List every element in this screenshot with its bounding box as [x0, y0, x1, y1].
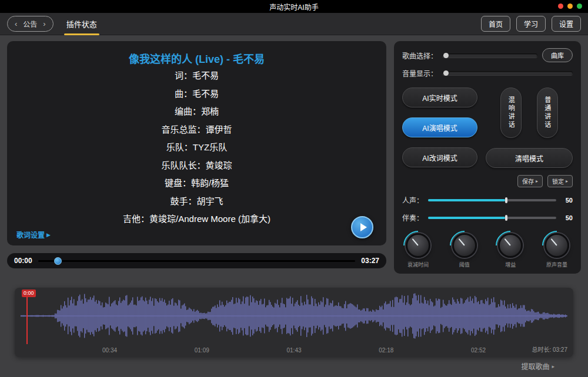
- song-info-line: 词：毛不易: [175, 67, 219, 85]
- waveform-playhead[interactable]: [26, 290, 28, 344]
- maximize-button[interactable]: [577, 4, 582, 9]
- extract-song-label: 提取歌曲: [521, 361, 549, 371]
- time-tick: 02:18: [379, 347, 393, 354]
- close-button[interactable]: [558, 4, 563, 9]
- ai-rewrite-mode-button[interactable]: AI改词模式: [402, 147, 477, 167]
- song-info-line: 音乐总监：谭伊哲: [161, 121, 232, 139]
- song-select-slider[interactable]: [442, 53, 537, 58]
- total-time: 03:27: [361, 257, 379, 265]
- knob-label: 衰减时间: [407, 261, 429, 268]
- lock-button[interactable]: 锁定 ▸: [547, 175, 573, 187]
- volume-display-handle[interactable]: [443, 70, 449, 76]
- accompaniment-slider-handle[interactable]: [505, 215, 507, 221]
- original-volume-knob[interactable]: [544, 233, 569, 258]
- song-info-line: 编曲：郑楠: [175, 103, 219, 121]
- accompaniment-slider-fill: [428, 217, 505, 219]
- volume-display-label: 音量显示：: [402, 68, 437, 78]
- accompaniment-label: 伴奏：: [402, 213, 423, 223]
- knob-arc: [490, 225, 532, 267]
- announcement-control[interactable]: ‹ 公告 ›: [7, 16, 54, 32]
- knob-label: 原声音量: [546, 261, 567, 268]
- settings-button[interactable]: 设置: [552, 16, 581, 32]
- threshold-knob[interactable]: [452, 233, 477, 258]
- window-title: 声动实时AI助手: [269, 2, 318, 12]
- song-info-line: 键盘：韩韵/杨猛: [165, 174, 229, 193]
- song-select-label: 歌曲选择：: [402, 51, 437, 60]
- waveform-panel[interactable]: 0:00 00:34 01:09 01:43 02:18 02:52 总时长: …: [15, 288, 573, 357]
- main-area: 像我这样的人 (Live) - 毛不易 词：毛不易 曲：毛不易 编曲：郑楠 音乐…: [0, 35, 588, 274]
- volume-display-meter[interactable]: [442, 71, 573, 75]
- total-duration-label: 总时长: 03:27: [532, 345, 567, 354]
- chevron-right-icon[interactable]: ›: [43, 20, 45, 28]
- control-panel: 歌曲选择： 曲库 音量显示： AI实时模式 AI演唱模式 AI改词模式 混响讲话…: [394, 41, 581, 274]
- knob-decay-time: 衰减时间: [406, 233, 430, 268]
- tab-plugin-status[interactable]: 插件状态: [65, 16, 98, 32]
- talk-mode-column: 混响讲话 普通讲话 清唱模式: [486, 87, 573, 168]
- home-button[interactable]: 首页: [481, 16, 510, 32]
- extract-song-button[interactable]: 提取歌曲 ▸: [15, 357, 573, 371]
- vocal-slider-fill: [428, 199, 505, 201]
- vocal-slider-handle[interactable]: [505, 197, 507, 203]
- decay-time-knob[interactable]: [406, 233, 430, 258]
- lyrics-settings-link[interactable]: 歌词设置 ▶: [16, 230, 51, 240]
- time-tick: 01:09: [195, 347, 209, 354]
- waveform-canvas[interactable]: [21, 291, 567, 341]
- vocal-label: 人声：: [402, 195, 423, 205]
- knob-original-volume: 原声音量: [544, 233, 569, 268]
- time-tick: 02:52: [471, 347, 486, 354]
- time-tick: 01:43: [286, 347, 301, 354]
- timeline-handle[interactable]: [54, 257, 62, 265]
- announcement-label: 公告: [23, 19, 37, 29]
- waveform-section: 0:00 00:34 01:09 01:43 02:18 02:52 总时长: …: [15, 288, 573, 371]
- tab-active-underline: [64, 33, 99, 35]
- lyrics-settings-label: 歌词设置: [16, 230, 45, 240]
- vertical-mode-buttons: 混响讲话 普通讲话: [486, 87, 573, 138]
- arrow-right-icon: ▶: [46, 232, 51, 238]
- gain-knob[interactable]: [498, 233, 523, 258]
- knobs-row: 衰减时间 阈值 增益 原声音: [402, 233, 573, 268]
- toolbar: ‹ 公告 › 插件状态 首页 学习 设置: [0, 13, 588, 35]
- tab-label: 插件状态: [66, 20, 97, 29]
- play-button[interactable]: [351, 216, 373, 238]
- accompaniment-slider[interactable]: [428, 217, 556, 219]
- play-icon: [360, 223, 367, 231]
- window-controls: [558, 4, 582, 9]
- left-column: 像我这样的人 (Live) - 毛不易 词：毛不易 曲：毛不易 编曲：郑楠 音乐…: [7, 41, 386, 274]
- titlebar: 声动实时AI助手: [0, 0, 588, 13]
- acapella-mode-button[interactable]: 清唱模式: [486, 148, 573, 168]
- library-button[interactable]: 曲库: [542, 48, 573, 62]
- knob-threshold: 阈值: [452, 233, 477, 268]
- song-info-line: 曲：毛不易: [175, 85, 219, 103]
- knob-arc: [397, 225, 439, 267]
- toolbar-right-buttons: 首页 学习 设置: [481, 16, 581, 32]
- vocal-slider[interactable]: [428, 199, 556, 201]
- song-info-line: 乐队：TYZ乐队: [166, 139, 227, 157]
- normal-talk-button[interactable]: 普通讲话: [537, 87, 558, 138]
- preset-buttons-row: 保存 ▸ 锁定 ▸: [402, 175, 573, 187]
- song-info-panel: 像我这样的人 (Live) - 毛不易 词：毛不易 曲：毛不易 编曲：郑楠 音乐…: [7, 41, 386, 245]
- ai-mode-column: AI实时模式 AI演唱模式 AI改词模式: [402, 87, 477, 168]
- chevron-right-icon: ▸: [566, 179, 568, 184]
- chevron-left-icon[interactable]: ‹: [15, 20, 17, 28]
- timeline-track[interactable]: [38, 260, 356, 262]
- minimize-button[interactable]: [567, 4, 573, 9]
- song-info-line: 鼓手：胡宇飞: [170, 193, 223, 211]
- time-tick: 00:34: [102, 347, 117, 354]
- ai-realtime-mode-button[interactable]: AI实时模式: [402, 87, 477, 107]
- knob-label: 阈值: [459, 261, 470, 268]
- knob-label: 增益: [505, 261, 516, 268]
- playback-timeline: 00:00 03:27: [7, 253, 386, 268]
- song-title: 像我这样的人 (Live) - 毛不易: [129, 51, 265, 66]
- mode-buttons: AI实时模式 AI演唱模式 AI改词模式 混响讲话 普通讲话 清唱模式: [402, 87, 573, 168]
- learn-button[interactable]: 学习: [516, 16, 546, 32]
- chevron-right-icon: ▸: [536, 179, 538, 184]
- song-select-row: 歌曲选择： 曲库: [402, 48, 573, 62]
- volume-display-row: 音量显示：: [402, 68, 573, 78]
- reverb-talk-button[interactable]: 混响讲话: [500, 87, 522, 138]
- vocal-value: 50: [561, 197, 573, 204]
- save-button[interactable]: 保存 ▸: [517, 175, 543, 187]
- ai-sing-mode-button[interactable]: AI演唱模式: [402, 117, 477, 137]
- current-time: 00:00: [14, 257, 32, 265]
- song-select-slider-handle[interactable]: [443, 53, 449, 58]
- accompaniment-level-row: 伴奏： 50: [402, 213, 573, 223]
